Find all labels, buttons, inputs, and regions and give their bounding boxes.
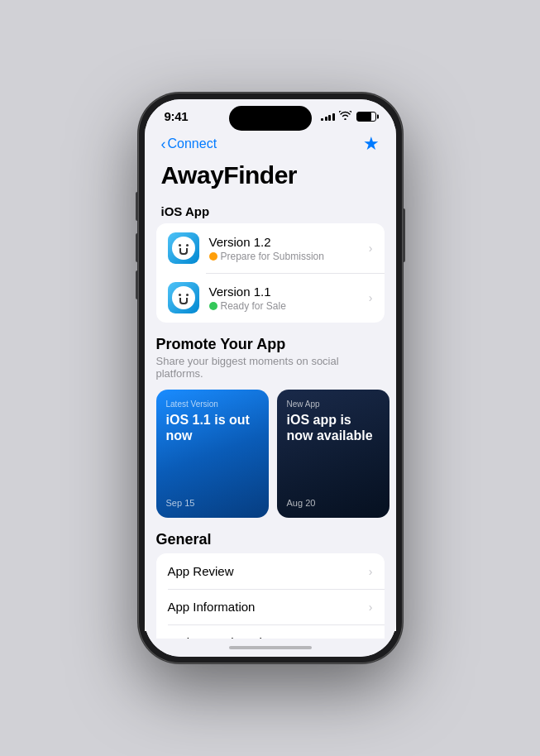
general-row-label-ratings: Ratings and Reviews: [168, 635, 284, 639]
card-date-0: Sep 15: [166, 498, 259, 508]
smiley-eyes: [179, 244, 189, 246]
card-label-1: New App: [287, 400, 380, 409]
status-bar: 9:41: [145, 99, 396, 127]
favorite-button[interactable]: ★: [363, 133, 380, 155]
ios-section-header: iOS App: [145, 198, 396, 223]
app-icon-v11: [168, 282, 199, 313]
general-row-app-information[interactable]: App Information ›: [156, 589, 385, 624]
card-top-1: New App iOS app is now available: [287, 400, 380, 443]
row-chevron-icon-2: ›: [369, 291, 373, 304]
general-list: App Review › App Information › Ratings a…: [156, 553, 385, 639]
card-date-1: Aug 20: [287, 498, 380, 508]
nav-bar: ‹ Connect ★: [145, 127, 396, 158]
general-row-app-review[interactable]: App Review ›: [156, 553, 385, 589]
phone-screen: 9:41: [145, 99, 396, 657]
promote-subtitle: Share your biggest moments on social pla…: [156, 355, 385, 380]
back-button[interactable]: ‹ Connect: [161, 136, 217, 151]
version-status-text-12: Prepare for Submission: [221, 251, 324, 262]
signal-icon: [321, 112, 335, 121]
general-row-ratings[interactable]: Ratings and Reviews ›: [156, 624, 385, 639]
promote-section: Promote Your App Share your biggest mome…: [145, 336, 396, 531]
card-top: Latest Version iOS 1.1 is out now: [166, 400, 259, 443]
battery-icon: [356, 112, 376, 122]
row-chevron-icon-3: ›: [369, 565, 373, 578]
version-status-11: Ready for Sale: [209, 300, 366, 312]
home-bar[interactable]: [229, 646, 312, 649]
promote-card-latest[interactable]: Latest Version iOS 1.1 is out now Sep 15: [156, 390, 269, 518]
back-chevron-icon: ‹: [161, 136, 166, 151]
ios-app-section: Version 1.2 Prepare for Submission ›: [156, 223, 385, 323]
back-label: Connect: [168, 136, 217, 151]
row-chevron-icon-5: ›: [369, 636, 373, 639]
dynamic-island: [229, 106, 312, 131]
card-title-1: iOS app is now available: [287, 412, 380, 443]
wifi-icon: [339, 111, 351, 122]
status-dot-yellow-icon: [209, 252, 217, 261]
main-content: ‹ Connect ★ AwayFinder iOS App: [145, 127, 396, 639]
home-indicator: [145, 639, 396, 657]
app-smiley-icon: [172, 237, 195, 260]
row-chevron-icon: ›: [369, 242, 373, 255]
general-row-label-app-information: App Information: [168, 600, 256, 614]
general-row-label-app-review: App Review: [168, 564, 234, 578]
promote-title: Promote Your App: [156, 336, 385, 353]
smiley-eyes-2: [179, 294, 189, 296]
version-status-text-11: Ready for Sale: [221, 300, 286, 312]
version-info-11: Version 1.1 Ready for Sale: [209, 285, 366, 312]
promote-card-new[interactable]: New App iOS app is now available Aug 20: [277, 390, 389, 518]
phone-frame: 9:41: [138, 93, 403, 663]
app-smiley-icon-2: [172, 286, 195, 309]
version-info-12: Version 1.2 Prepare for Submission: [209, 235, 366, 262]
card-title-0: iOS 1.1 is out now: [166, 412, 259, 443]
page-title: AwayFinder: [145, 158, 396, 198]
promote-cards-container: Latest Version iOS 1.1 is out now Sep 15…: [156, 390, 385, 518]
row-chevron-icon-4: ›: [369, 600, 373, 614]
version-status-12: Prepare for Submission: [209, 251, 366, 262]
card-label-0: Latest Version: [166, 400, 259, 409]
status-time: 9:41: [165, 109, 189, 123]
status-icons: [321, 111, 376, 122]
status-dot-green-icon: [209, 302, 217, 310]
version-name-12: Version 1.2: [209, 235, 366, 249]
version-name-11: Version 1.1: [209, 285, 366, 299]
general-title: General: [156, 531, 385, 548]
version-row-11[interactable]: Version 1.1 Ready for Sale ›: [156, 273, 385, 323]
general-section: General App Review › App Information › R…: [145, 531, 396, 639]
version-row-12[interactable]: Version 1.2 Prepare for Submission ›: [156, 223, 385, 273]
app-icon-v12: [168, 232, 199, 264]
star-icon: ★: [363, 133, 380, 154]
